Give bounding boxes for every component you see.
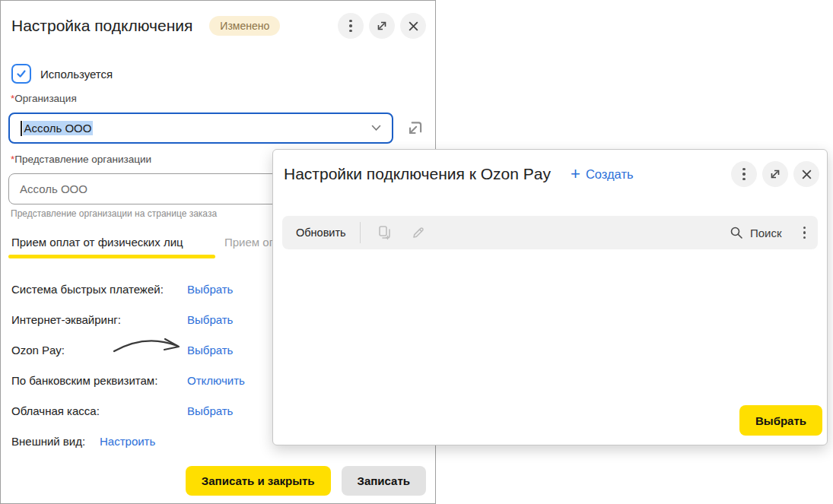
expand-button[interactable] — [762, 161, 788, 187]
bank-details-disable-link[interactable]: Отключить — [187, 366, 245, 396]
save-button[interactable]: Записать — [342, 466, 426, 496]
organization-input[interactable]: Ассоль ООО — [8, 113, 393, 144]
create-button[interactable]: + Создать — [571, 166, 634, 182]
usage-checkbox-row: Используется — [11, 64, 113, 84]
create-by-copy-button[interactable] — [374, 222, 396, 243]
usage-checkbox-label: Используется — [40, 68, 113, 81]
setting-label: Внешний вид: — [11, 426, 85, 457]
presentation-label: *Представление организации — [11, 154, 151, 165]
presentation-value: Ассоль ООО — [20, 182, 87, 195]
search-label: Поиск — [750, 227, 782, 239]
search-button[interactable]: Поиск — [730, 226, 782, 239]
cloud-cashbox-select-link[interactable]: Выбрать — [187, 396, 233, 426]
checkmark-icon — [15, 68, 27, 80]
kebab-icon — [803, 227, 806, 239]
close-button[interactable] — [793, 161, 819, 187]
list-toolbar: Обновить Пои — [282, 216, 818, 249]
organization-label: *Организация — [11, 93, 77, 104]
tab-second[interactable]: Прием оп — [224, 236, 275, 249]
chevron-down-icon — [371, 125, 381, 132]
header-icons — [338, 13, 426, 39]
acquiring-select-link[interactable]: Выбрать — [187, 305, 233, 335]
save-and-close-button[interactable]: Записать и закрыть — [186, 466, 331, 496]
copy-plus-icon — [377, 224, 393, 241]
dialog-title: Настройка подключения — [11, 17, 192, 35]
setting-label: По банковским реквизитам: — [11, 366, 157, 396]
connection-dialog-footer: Записать и закрыть Записать — [186, 466, 426, 496]
active-tab-underline — [8, 255, 215, 258]
toolbar-menu-button[interactable] — [803, 227, 806, 239]
appearance-configure-link[interactable]: Настроить — [100, 426, 155, 457]
pencil-icon — [410, 224, 427, 241]
dropdown-button[interactable] — [371, 125, 381, 132]
kebab-icon — [742, 168, 746, 181]
more-menu-button[interactable] — [731, 161, 757, 187]
usage-checkbox[interactable] — [11, 64, 31, 84]
dialog-title: Настройки подключения к Ozon Pay — [284, 165, 551, 183]
more-menu-button[interactable] — [338, 13, 364, 39]
expand-icon — [769, 168, 781, 180]
text-caret — [21, 121, 22, 136]
ozon-dialog-header: Настройки подключения к Ozon Pay + Созда… — [284, 160, 819, 189]
tab-individual-payments[interactable]: Прием оплат от физических лиц — [11, 236, 183, 249]
kebab-icon — [349, 20, 352, 33]
setting-label: Облачная касса: — [11, 396, 100, 426]
modified-badge: Изменено — [209, 16, 280, 36]
goto-arrow-icon — [405, 119, 424, 138]
ozon-pay-settings-dialog: Настройки подключения к Ozon Pay + Созда… — [272, 149, 828, 445]
open-organization-button[interactable] — [402, 116, 427, 141]
empty-list-area[interactable] — [282, 256, 818, 396]
organization-label-text: Организация — [14, 93, 76, 104]
create-button-label: Создать — [586, 167, 634, 182]
hand-drawn-arrow-annotation — [112, 335, 186, 355]
close-icon — [800, 168, 813, 181]
expand-icon — [376, 20, 388, 32]
edit-button[interactable] — [408, 222, 429, 243]
ozon-pay-select-link[interactable]: Выбрать — [187, 335, 233, 366]
screen: Настройка подключения Изменено — [0, 0, 833, 504]
organization-value: Ассоль ООО — [23, 121, 94, 135]
setting-label: Система быстрых платежей: — [11, 274, 164, 305]
refresh-button[interactable]: Обновить — [296, 227, 346, 239]
connection-dialog-header: Настройка подключения Изменено — [11, 11, 426, 40]
setting-label: Ozon Pay: — [11, 335, 65, 366]
close-button[interactable] — [400, 13, 426, 39]
expand-button[interactable] — [369, 13, 395, 39]
select-button[interactable]: Выбрать — [739, 405, 822, 436]
header-icons — [731, 161, 819, 187]
plus-icon: + — [571, 166, 580, 182]
presentation-hint: Представление организации на странице за… — [11, 208, 217, 219]
toolbar-divider — [360, 222, 361, 243]
search-icon — [730, 226, 743, 239]
presentation-label-text: Представление организации — [14, 154, 151, 165]
sbp-select-link[interactable]: Выбрать — [187, 274, 233, 305]
close-icon — [407, 20, 420, 33]
setting-label: Интернет-эквайринг: — [11, 305, 121, 335]
